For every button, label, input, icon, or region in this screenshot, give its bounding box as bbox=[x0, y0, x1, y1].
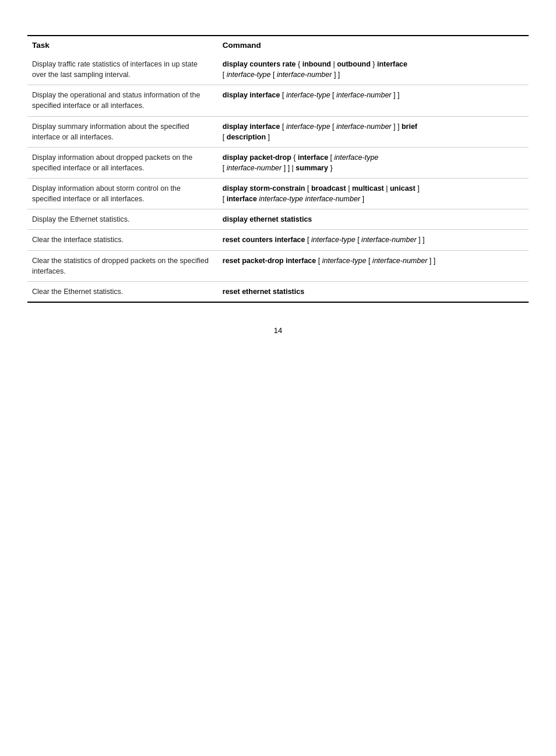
page-number: 14 bbox=[27, 326, 529, 335]
command-line: display counters rate { inbound | outbou… bbox=[223, 60, 407, 68]
command-line: [ interface interface-type interface-num… bbox=[223, 195, 364, 203]
task-cell: Display information about storm control … bbox=[27, 178, 218, 209]
table-row: Clear the interface statistics.reset cou… bbox=[27, 230, 529, 250]
command-cell: display counters rate { inbound | outbou… bbox=[218, 54, 529, 85]
table-row: Display the Ethernet statistics.display … bbox=[27, 209, 529, 230]
task-cell: Clear the interface statistics. bbox=[27, 230, 218, 250]
task-cell: Clear the statistics of dropped packets … bbox=[27, 250, 218, 281]
command-line: display interface [ interface-type [ int… bbox=[223, 91, 400, 99]
command-cell: display interface [ interface-type [ int… bbox=[218, 116, 529, 147]
command-line: display packet-drop { interface [ interf… bbox=[223, 153, 378, 162]
command-cell: reset ethernet statistics bbox=[218, 281, 529, 302]
task-cell: Display the Ethernet statistics. bbox=[27, 209, 218, 230]
table-row: Clear the statistics of dropped packets … bbox=[27, 250, 529, 281]
command-line: reset packet-drop interface [ interface-… bbox=[223, 257, 435, 265]
task-cell: Clear the Ethernet statistics. bbox=[27, 281, 218, 302]
command-table: Task Command Display traffic rate statis… bbox=[27, 35, 529, 303]
task-cell: Display summary information about the sp… bbox=[27, 116, 218, 147]
command-line: reset ethernet statistics bbox=[223, 288, 304, 296]
command-cell: display storm-constrain [ broadcast | mu… bbox=[218, 178, 529, 209]
command-line: reset counters interface [ interface-typ… bbox=[223, 236, 425, 244]
command-cell: display interface [ interface-type [ int… bbox=[218, 85, 529, 116]
task-cell: Display the operational and status infor… bbox=[27, 85, 218, 116]
command-column-header: Command bbox=[218, 36, 529, 54]
task-cell: Display information about dropped packet… bbox=[27, 147, 218, 178]
command-line: display storm-constrain [ broadcast | mu… bbox=[223, 184, 420, 192]
command-line: [ description ] bbox=[223, 133, 270, 141]
command-cell: display ethernet statistics bbox=[218, 209, 529, 230]
page-container: Task Command Display traffic rate statis… bbox=[27, 35, 529, 335]
command-cell: reset packet-drop interface [ interface-… bbox=[218, 250, 529, 281]
table-header-row: Task Command bbox=[27, 36, 529, 54]
table-row: Display the operational and status infor… bbox=[27, 85, 529, 116]
command-line: [ interface-type [ interface-number ] ] bbox=[223, 71, 340, 79]
task-cell: Display traffic rate statistics of inter… bbox=[27, 54, 218, 85]
table-row: Display traffic rate statistics of inter… bbox=[27, 54, 529, 85]
command-cell: display packet-drop { interface [ interf… bbox=[218, 147, 529, 178]
command-cell: reset counters interface [ interface-typ… bbox=[218, 230, 529, 250]
table-row: Display information about dropped packet… bbox=[27, 147, 529, 178]
table-row: Display information about storm control … bbox=[27, 178, 529, 209]
table-row: Clear the Ethernet statistics.reset ethe… bbox=[27, 281, 529, 302]
command-line: [ interface-number ] ] | summary } bbox=[223, 164, 333, 172]
table-row: Display summary information about the sp… bbox=[27, 116, 529, 147]
command-line: display interface [ interface-type [ int… bbox=[223, 123, 417, 131]
command-line: display ethernet statistics bbox=[223, 215, 312, 223]
task-column-header: Task bbox=[27, 36, 218, 54]
